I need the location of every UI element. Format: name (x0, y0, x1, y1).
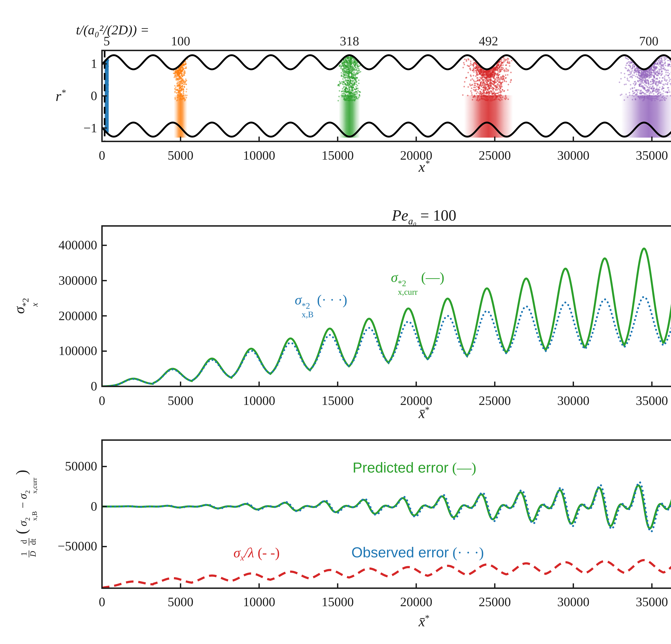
legend-sigma-curr-base: σ (391, 270, 398, 285)
x-tick-label: 15000 (321, 149, 354, 163)
x-tick-label: 30000 (557, 149, 590, 163)
y-tick-label: 400000 (59, 238, 97, 253)
x-tick-label: 25000 (479, 394, 511, 408)
frac-1-den: D (29, 551, 38, 557)
figure: t/(a₀²/(2D)) = r* x* Pea₀ = 100 σ*2x x̄*… (0, 0, 671, 644)
sigma-curr-curve (102, 229, 671, 386)
y-tick-label: 0 (91, 379, 97, 394)
legend-observed-linestyle: (· · ·) (449, 544, 484, 561)
x-tick-label: 15000 (321, 595, 354, 609)
bottom-xlabel-sup: * (425, 613, 430, 623)
x-tick-label: 35000 (636, 394, 668, 408)
middle-ylabel-sub: x (30, 298, 39, 307)
x-tick-label: 10000 (243, 149, 275, 163)
sigma-over-lambda-curve (102, 558, 671, 588)
particle-cloud-t100 (173, 59, 188, 138)
legend-sigma-lambda-rest: /λ (244, 545, 254, 561)
x-tick-label: 10000 (243, 394, 275, 408)
channel-wall-bottom (102, 123, 671, 137)
bottom-xlabel: x̄* (419, 613, 429, 630)
legend-sigma-B-linestyle: (· · ·) (314, 292, 347, 308)
middle-title-eq: = 100 (416, 207, 456, 224)
y-tick-label: 1 (91, 56, 97, 71)
x-tick-label: 0 (99, 595, 105, 609)
y-tick-label: 200000 (59, 309, 97, 323)
legend-predicted-linestyle: (—) (448, 460, 476, 476)
paren-close: ) (13, 470, 30, 475)
sigma-B-curve (102, 292, 671, 386)
frac-1-num: 1 (20, 552, 29, 556)
time-annotation: 492 (479, 34, 498, 49)
bottom-ylabel-left: 1D ddt ( σ2x,B − σ2x,curr ) (13, 470, 38, 558)
legend-sigma-lambda-base: σ (233, 545, 240, 561)
x-tick-label: 10000 (243, 595, 275, 609)
time-annotation: 318 (340, 34, 359, 49)
time-equation-label: t/(a₀²/(2D)) = (76, 23, 149, 38)
y-tick-label: 0 (91, 89, 97, 103)
time-annotation: 700 (639, 34, 658, 49)
legend-sigma-curr-sub: x,curr (398, 288, 418, 296)
x-tick-label: 30000 (557, 595, 590, 609)
error-panel (102, 476, 671, 588)
x-tick-label: 35000 (636, 149, 668, 163)
legend-sigma-B-base: σ (295, 292, 302, 308)
middle-ylabel-sup: *2 (22, 298, 30, 307)
y-tick-label: 0 (91, 499, 97, 514)
frac-2-den: dt (29, 538, 38, 545)
x-tick-label: 25000 (479, 149, 511, 163)
middle-ylabel: σ*2x (11, 298, 39, 314)
legend-sigma-curr-sup: *2 (398, 279, 418, 288)
x-tick-label: 5000 (168, 394, 193, 408)
sigma-curr-sup: 2 (25, 478, 31, 493)
legend-sigma-B: σ*2x,B (· · ·) (295, 292, 347, 319)
particle-cloud-t318 (337, 56, 361, 138)
y-tick-label: 300000 (59, 273, 97, 288)
y-tick-label: −50000 (58, 539, 97, 554)
sigma-B-sub: x,B (31, 511, 38, 521)
legend-sigma-curr-linestyle: (—) (418, 270, 444, 285)
figure-canvas (0, 0, 671, 644)
x-tick-label: 20000 (400, 595, 432, 609)
y-tick-label: 50000 (65, 459, 97, 474)
legend-sigma-B-sup: *2 (302, 301, 314, 310)
sigma-B-base: σ (16, 521, 29, 526)
top-ylabel: r* (55, 88, 66, 105)
legend-sigma-lambda-linestyle: (- -) (254, 545, 280, 561)
middle-title: Pea₀ = 100 (392, 207, 456, 227)
top-ylabel-base: r (55, 88, 61, 104)
legend-sigma-B-sub: x,B (302, 310, 314, 319)
legend-observed-text: Observed error (351, 544, 449, 561)
paren-open: ( (13, 529, 30, 534)
channel-panel (102, 50, 671, 141)
top-ylabel-sup: * (61, 88, 66, 98)
middle-ylabel-base: σ (11, 307, 27, 314)
legend-sigma-lambda-sub: x (240, 553, 244, 562)
sigma-curr-base: σ (16, 493, 29, 499)
middle-title-sub: a₀ (408, 216, 416, 227)
legend-sigma-curr: σ*2x,curr (—) (391, 270, 444, 296)
x-tick-label: 20000 (400, 394, 432, 408)
middle-title-base: Pe (392, 207, 408, 224)
legend-predicted-text: Predicted error (353, 460, 448, 476)
x-tick-label: 30000 (557, 394, 590, 408)
time-annotation: 5 (103, 34, 110, 49)
sigma-B-sup: 2 (25, 511, 31, 521)
frac-2-num: d (20, 540, 29, 544)
minus-sign: − (16, 499, 29, 508)
x-tick-label: 5000 (168, 149, 193, 163)
x-tick-label: 35000 (636, 595, 668, 609)
channel-wall-top (102, 55, 671, 69)
variance-panel (102, 229, 671, 386)
legend-sigma-lambda: σx/λ (- -) (233, 545, 280, 563)
y-tick-label: 100000 (59, 344, 97, 358)
bottom-xlabel-base: x̄ (419, 614, 425, 630)
x-tick-label: 15000 (321, 394, 354, 408)
sigma-curr-sub: x,curr (31, 478, 38, 493)
predicted-error-curve (102, 480, 671, 534)
x-tick-label: 0 (99, 149, 105, 163)
x-tick-label: 25000 (479, 595, 511, 609)
y-tick-label: −1 (84, 121, 97, 135)
legend-predicted-error: Predicted error (—) (353, 460, 476, 476)
legend-observed-error: Observed error (· · ·) (351, 544, 484, 561)
x-tick-label: 20000 (400, 149, 432, 163)
